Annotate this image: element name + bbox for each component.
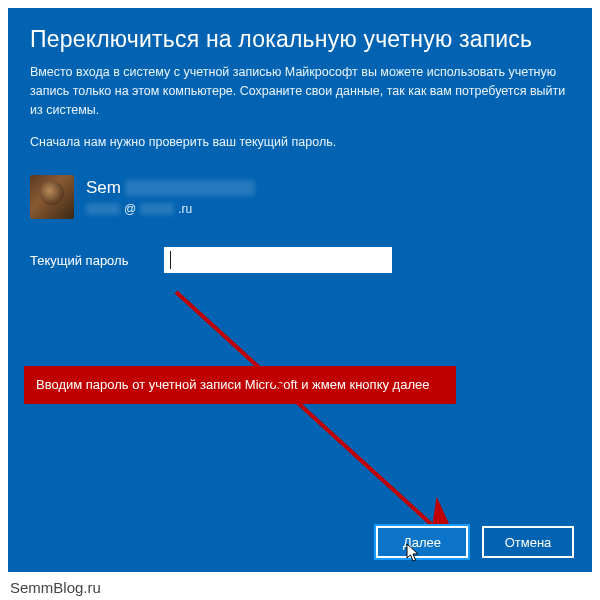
instruction-annotation: Вводим пароль от учетной записи Microsof… [24,366,456,404]
svg-line-0 [176,292,453,544]
user-email-suffix: .ru [178,202,192,216]
user-info: Sem @ .ru [30,175,570,219]
next-button[interactable]: Далее [376,526,468,558]
password-input[interactable] [164,247,392,273]
dialog-description-1: Вместо входа в систему с учетной записью… [30,63,570,119]
dialog-title: Переключиться на локальную учетную запис… [30,26,570,53]
user-email-at: @ [124,202,136,216]
watermark: SemmBlog.ru [10,579,101,596]
arrow-annotation-icon [158,288,478,563]
user-name-prefix: Sem [86,178,121,198]
dialog-panel: Переключиться на локальную учетную запис… [8,8,592,572]
dialog-description-2: Сначала нам нужно проверить ваш текущий … [30,133,570,151]
text-caret [170,251,171,269]
user-name-redacted [125,180,255,196]
button-bar: Далее Отмена [376,526,574,558]
password-label: Текущий пароль [30,253,150,268]
cancel-button[interactable]: Отмена [482,526,574,558]
avatar [30,175,74,219]
user-email-redacted-2 [140,203,174,215]
user-email-redacted-1 [86,203,120,215]
